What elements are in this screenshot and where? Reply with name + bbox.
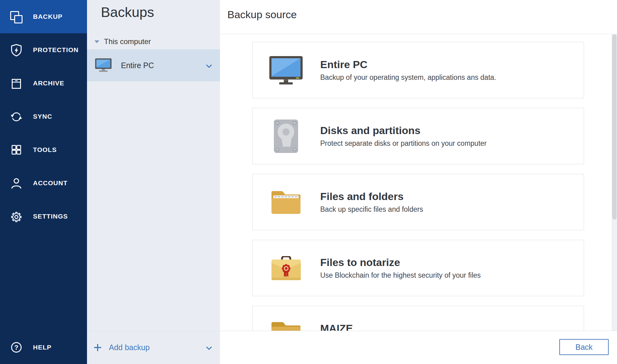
card-title: MAIZE [320, 322, 353, 331]
computer-group-row[interactable]: This computer [87, 36, 220, 47]
card-title: Disks and partitions [320, 124, 487, 137]
sidebar-item-label: BACKUP [33, 13, 63, 20]
card-files-and-folders[interactable]: Files and folders Back up specific files… [252, 174, 584, 230]
chevron-down-icon[interactable] [206, 64, 212, 67]
archive-box-icon [10, 76, 23, 90]
backup-source-list: Entire PC Backup of your operating syste… [220, 34, 617, 331]
sidebar-item-backup[interactable]: BACKUP [0, 0, 87, 33]
card-disks-and-partitions[interactable]: Disks and partitions Protect separate di… [252, 108, 584, 164]
computer-icon [95, 58, 112, 72]
card-title: Files and folders [320, 190, 423, 203]
backup-icon [10, 10, 23, 23]
sidebar-item-label: SETTINGS [33, 213, 68, 220]
computer-group-label: This computer [104, 37, 151, 46]
add-backup-button[interactable]: Add backup [87, 331, 220, 364]
bottom-bar: Back [220, 331, 617, 364]
collapse-triangle-icon [94, 40, 99, 43]
sidebar-item-tools[interactable]: TOOLS [0, 133, 87, 166]
sidebar-item-protection[interactable]: PROTECTION [0, 33, 87, 67]
card-subtitle: Backup of your operating system, applica… [320, 73, 496, 82]
sidebar-item-sync[interactable]: SYNC [0, 100, 87, 133]
notarize-briefcase-icon [269, 256, 303, 280]
sidebar-item-label: HELP [33, 344, 52, 351]
card-subtitle: Protect separate disks or partitions on … [320, 139, 487, 148]
card-title: Entire PC [320, 58, 496, 71]
help-question-icon: ? [10, 341, 23, 354]
sidebar-item-label: ACCOUNT [33, 179, 68, 187]
sidebar-item-label: ARCHIVE [33, 80, 64, 87]
sidebar: BACKUP PROTECTION ARCHIVE [0, 0, 87, 364]
monitor-icon [269, 56, 303, 84]
grid-squares-icon [10, 143, 23, 157]
page-title: Backup source [227, 9, 297, 21]
sidebar-item-account[interactable]: ACCOUNT [0, 166, 87, 200]
backups-panel: Backups This computer Entire PC [87, 0, 220, 364]
folder-icon [269, 321, 303, 331]
person-icon [10, 176, 23, 190]
card-title: Files to notarize [320, 256, 481, 269]
sidebar-item-label: PROTECTION [33, 46, 79, 54]
panel-title: Backups [101, 4, 154, 20]
backup-name-label: Entire PC [121, 61, 154, 70]
panel-footer: Add backup [87, 331, 220, 364]
card-files-to-notarize[interactable]: Files to notarize Use Blockchain for the… [252, 240, 584, 296]
card-subtitle: Use Blockchain for the highest security … [320, 271, 481, 280]
sidebar-item-label: TOOLS [33, 146, 57, 153]
add-backup-label: Add backup [109, 343, 150, 352]
shield-icon [10, 43, 23, 57]
scrollbar-thumb[interactable] [612, 35, 616, 219]
sync-arrows-icon [10, 110, 23, 123]
gear-icon [10, 210, 23, 223]
card-maize[interactable]: MAIZE [252, 306, 584, 331]
app-window: BACKUP PROTECTION ARCHIVE [0, 0, 617, 364]
chevron-down-icon[interactable] [206, 346, 212, 350]
back-button[interactable]: Back [559, 339, 609, 355]
sidebar-item-archive[interactable]: ARCHIVE [0, 67, 87, 100]
card-entire-pc[interactable]: Entire PC Backup of your operating syste… [252, 42, 584, 98]
vertical-scrollbar[interactable] [612, 34, 617, 331]
sidebar-item-settings[interactable]: SETTINGS [0, 200, 87, 233]
plus-icon [93, 343, 102, 352]
main-area: Backup source Entire PC [220, 0, 617, 364]
sidebar-item-label: SYNC [33, 113, 52, 120]
sidebar-item-help[interactable]: ? HELP [0, 331, 87, 364]
hard-drive-icon [269, 120, 303, 153]
svg-text:?: ? [14, 344, 18, 351]
backup-item-entire-pc[interactable]: Entire PC [87, 49, 220, 81]
card-subtitle: Back up specific files and folders [320, 205, 423, 214]
folder-files-icon [269, 190, 303, 214]
main-header: Backup source [220, 0, 617, 34]
